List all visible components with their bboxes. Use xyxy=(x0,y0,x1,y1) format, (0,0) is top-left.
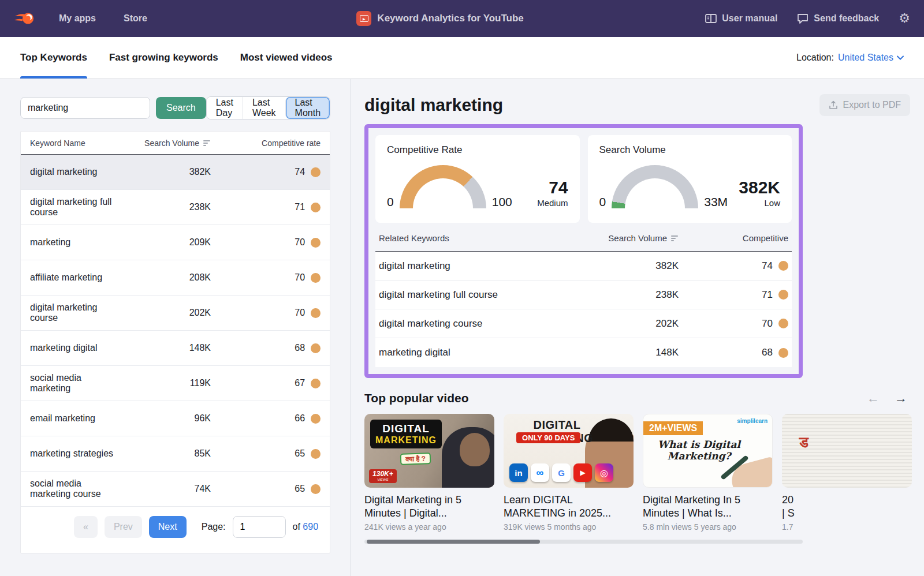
related-volume-cell: 238K xyxy=(563,289,679,301)
filter-last-month[interactable]: Last Month xyxy=(285,97,330,119)
volume-cell: 202K xyxy=(124,308,211,318)
scrollbar-thumb[interactable] xyxy=(367,540,540,544)
thumb-band: ONLY 90 DAYS xyxy=(516,432,580,443)
video-thumbnail: DIGITAL MARKETING ONLY 90 DAYS in ∞ G ▶ … xyxy=(504,414,634,488)
table-row[interactable]: digital marketing full course 238K 71 xyxy=(21,190,330,225)
related-row[interactable]: digital marketing 382K 74 xyxy=(375,252,792,280)
thumb-text: ड xyxy=(799,433,808,451)
gauge-min: 0 xyxy=(387,196,394,209)
rate-dot xyxy=(311,484,321,494)
time-filter-group: Last Day Last Week Last Month xyxy=(206,96,330,119)
sort-icon[interactable] xyxy=(203,140,211,147)
related-row[interactable]: digital marketing course 202K 70 xyxy=(375,309,792,338)
search-button[interactable]: Search xyxy=(156,97,206,119)
keyword-cell: social media marketing course xyxy=(30,478,124,499)
table-row[interactable]: marketing strategies 85K 65 xyxy=(21,436,330,472)
volume-cell: 85K xyxy=(124,448,211,459)
selected-keyword-title: digital marketing xyxy=(364,95,503,115)
rate-dot xyxy=(311,343,321,353)
keyword-cell: digital marketing xyxy=(30,167,124,177)
table-row[interactable]: marketing digital 148K 68 xyxy=(21,331,330,366)
next-page-button[interactable]: Next xyxy=(149,516,187,538)
rate-cell: 70 xyxy=(295,237,305,248)
first-page-button[interactable]: « xyxy=(74,516,98,538)
tab-fast-growing-keywords[interactable]: Fast growing keywords xyxy=(109,37,218,78)
total-pages[interactable]: 690 xyxy=(303,522,318,532)
related-volume-cell: 382K xyxy=(563,260,679,272)
prev-page-button[interactable]: Prev xyxy=(105,516,142,538)
location-value-dropdown[interactable]: United States xyxy=(838,53,904,63)
rate-dot xyxy=(311,167,321,177)
rate-cell: 70 xyxy=(295,308,305,318)
meta-icon: ∞ xyxy=(531,463,549,482)
rate-cell: 67 xyxy=(295,378,305,388)
carousel-scrollbar[interactable] xyxy=(364,540,803,544)
send-feedback-link[interactable]: Send feedback xyxy=(797,13,879,24)
video-card[interactable]: 2M+VIEWS simplilearn What is Digital Mar… xyxy=(643,414,773,532)
search-volume-tag: Low xyxy=(739,198,780,208)
page-label: Page: xyxy=(202,522,226,532)
rate-cell: 71 xyxy=(295,202,305,212)
header-related-keywords: Related Keywords xyxy=(379,233,563,243)
rate-dot xyxy=(311,203,321,212)
keyword-cell: marketing xyxy=(30,237,124,248)
header-search-volume: Search Volume xyxy=(144,139,199,148)
rate-cell: 70 xyxy=(295,272,305,283)
search-volume-gauge xyxy=(612,165,698,209)
sort-icon[interactable] xyxy=(670,235,679,242)
rate-dot xyxy=(778,319,788,328)
top-navigation-bar: My apps Store ▶ Keyword Analytics for Yo… xyxy=(0,0,924,37)
related-row[interactable]: marketing digital 148K 68 xyxy=(375,338,792,367)
table-row[interactable]: email marketing 96K 66 xyxy=(21,401,330,436)
app-title-group: ▶ Keyword Analytics for YouTube xyxy=(175,11,705,26)
keyword-cell: email marketing xyxy=(30,413,124,424)
table-row[interactable]: social media marketing 119K 67 xyxy=(21,366,330,401)
tab-top-keywords[interactable]: Top Keywords xyxy=(20,37,87,78)
table-row[interactable]: social media marketing course 74K 65 xyxy=(21,472,330,507)
youtube-app-icon: ▶ xyxy=(356,11,371,26)
video-title: Digital Marketing in 5 Minutes | Digital… xyxy=(364,493,494,521)
nav-my-apps[interactable]: My apps xyxy=(59,13,96,24)
video-card[interactable]: ड 20 | S 1.7 xyxy=(782,414,912,532)
tab-most-viewed-videos[interactable]: Most viewed videos xyxy=(240,37,333,78)
related-keyword-cell: digital marketing course xyxy=(379,318,563,330)
filter-last-day[interactable]: Last Day xyxy=(207,97,243,119)
page-number-input[interactable] xyxy=(233,516,286,538)
filter-last-week[interactable]: Last Week xyxy=(243,97,285,119)
video-meta: 5.8 mln views 5 years ago xyxy=(643,522,773,532)
video-carousel: DIGITAL MARKETING क्या है ? 130K+VIEWS D… xyxy=(364,414,924,532)
user-manual-link[interactable]: User manual xyxy=(705,13,777,24)
carousel-next-icon[interactable]: → xyxy=(895,391,907,406)
video-thumbnail: ड xyxy=(782,414,912,488)
video-card[interactable]: DIGITAL MARKETING ONLY 90 DAYS in ∞ G ▶ … xyxy=(504,414,634,532)
table-row[interactable]: digital marketing course 202K 70 xyxy=(21,296,330,331)
rate-dot xyxy=(311,449,321,459)
header-related-volume: Search Volume xyxy=(608,233,667,243)
export-to-pdf-button[interactable]: Export to PDF xyxy=(819,94,910,116)
carousel-prev-icon[interactable]: ← xyxy=(867,391,880,406)
table-row[interactable]: marketing 209K 70 xyxy=(21,225,330,260)
related-volume-cell: 148K xyxy=(563,347,679,358)
related-keyword-cell: marketing digital xyxy=(379,347,563,358)
semrush-logo[interactable] xyxy=(14,11,35,26)
semrush-flame-icon xyxy=(14,11,35,26)
competitive-rate-title: Competitive Rate xyxy=(387,144,568,156)
thumb-text: MARKETING xyxy=(375,435,437,446)
linkedin-icon: in xyxy=(509,463,528,482)
youtube-icon: ▶ xyxy=(573,463,592,482)
video-title: 20 | S xyxy=(782,493,912,521)
feedback-bubble-icon xyxy=(797,13,808,24)
rate-dot xyxy=(311,238,321,248)
volume-cell: 74K xyxy=(124,484,211,494)
video-card[interactable]: DIGITAL MARKETING क्या है ? 130K+VIEWS D… xyxy=(364,414,494,532)
send-feedback-label: Send feedback xyxy=(814,13,879,24)
volume-cell: 148K xyxy=(124,343,211,353)
table-row[interactable]: affiliate marketing 208K 70 xyxy=(21,260,330,296)
user-manual-label: User manual xyxy=(722,13,777,24)
table-row[interactable]: digital marketing 382K 74 xyxy=(21,155,330,190)
search-input[interactable] xyxy=(20,97,150,119)
settings-gear-icon[interactable]: ⚙ xyxy=(899,12,910,25)
thumb-text: DIGITAL xyxy=(375,422,437,435)
nav-store[interactable]: Store xyxy=(124,13,147,24)
related-row[interactable]: digital marketing full course 238K 71 xyxy=(375,280,792,309)
